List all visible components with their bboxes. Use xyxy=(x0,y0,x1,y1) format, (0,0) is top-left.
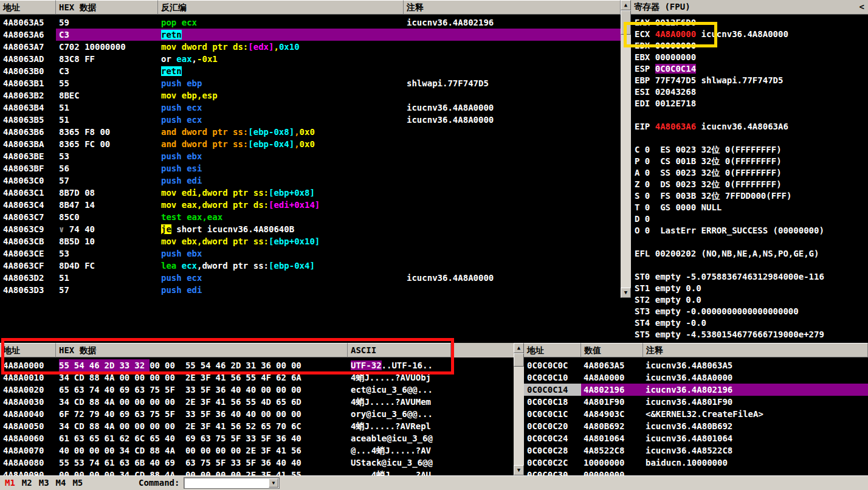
stack-row[interactable]: 0C0C0C284A8522C8icucnv36.4A8522C8 xyxy=(524,444,868,457)
dump-scrollbar[interactable]: ▲ ▼ xyxy=(514,343,524,475)
register-line[interactable]: EBP 77F747D5 shlwapi.77F747D5 xyxy=(631,75,868,86)
dump-row[interactable]: 4A8A00704000000034CD884A000000002E3F4156… xyxy=(0,444,514,457)
dump-row[interactable]: 4A8A006061636561626C65406963755F335F3640… xyxy=(0,432,514,444)
stack-row[interactable]: 0C0C0C104A8A0000icucnv36.4A8A0000 xyxy=(524,371,868,384)
register-line[interactable]: ST5 empty -4.5380154677666719000e+279 xyxy=(631,329,868,340)
disasm-row[interactable]: 4A8063BF56push esi xyxy=(0,162,621,174)
dump-row[interactable]: 4A8A00406F7279406963755F335F364040000000… xyxy=(0,408,514,420)
stack-row[interactable]: 0C0C0C204A80B692icucnv36.4A80B692 xyxy=(524,420,868,432)
register-line[interactable]: ST3 empty -0.0000000000000000000 xyxy=(631,306,868,317)
disasm-row[interactable]: 4A8063CF8D4D FClea ecx,dword ptr ss:[ebp… xyxy=(0,260,621,272)
disasm-row[interactable]: 4A8063AD83C8 FFor eax,-0x1 xyxy=(0,53,621,65)
dump-col-header-ascii[interactable]: ASCII xyxy=(348,343,451,357)
register-line[interactable]: EFL 00200202 (NO,NB,NE,A,NS,PO,GE,G) xyxy=(631,248,868,260)
register-line[interactable]: T 0 GS 0000 NULL xyxy=(631,202,868,213)
disasm-row[interactable]: 4A8063C785C0test eax,eax xyxy=(0,211,621,223)
combo-dropdown-button[interactable]: ▼ xyxy=(269,478,278,488)
dump-col-header-address[interactable]: 地址 xyxy=(0,343,56,357)
disasm-col-header-disassembly[interactable]: 反汇编 xyxy=(158,0,404,15)
register-line[interactable]: C 0 ES 0023 32位 0(FFFFFFFF) xyxy=(631,144,868,156)
dump-scroll-up-button[interactable]: ▲ xyxy=(514,343,524,353)
register-line[interactable]: S 0 FS 003B 32位 7FFDD000(FFF) xyxy=(631,190,868,202)
dump-row[interactable]: 4A8A0020656374406963755F335F364040000000… xyxy=(0,384,514,396)
register-line[interactable]: ESI 02043268 xyxy=(631,86,868,98)
register-line[interactable]: EDI 0012E718 xyxy=(631,98,868,109)
register-line[interactable]: A 0 SS 0023 32位 0(FFFFFFFF) xyxy=(631,167,868,179)
disasm-row[interactable]: 4A8063C9∨ 74 40je short icucnv36.4A80640… xyxy=(0,223,621,235)
disasm-row[interactable]: 4A8063B68365 F8 00and dword ptr ss:[ebp-… xyxy=(0,126,621,138)
stack-col-header-value[interactable]: 数值 xyxy=(581,343,643,357)
disasm-row[interactable]: 4A8063CE53push ebx xyxy=(0,247,621,260)
disassembly-scrollbar-thumb[interactable] xyxy=(621,10,631,35)
stack-col-header-comment[interactable]: 注释 xyxy=(643,343,868,357)
disasm-row[interactable]: 4A8063A7C702 10000000mov dword ptr ds:[e… xyxy=(0,41,621,53)
disasm-row[interactable]: 4A8063B0C3retn xyxy=(0,65,621,77)
scroll-up-button[interactable]: ▲ xyxy=(621,0,631,10)
disasm-row[interactable]: 4A8063BA8365 FC 00and dword ptr ss:[ebp-… xyxy=(0,138,621,150)
dump-col-header-hexdata[interactable]: HEX 数据 xyxy=(56,343,348,357)
disasm-row[interactable]: 4A8063A559pop ecxicucnv36.4A802196 xyxy=(0,16,621,29)
disasm-col-header-comment[interactable]: 注释 xyxy=(404,0,621,15)
window-tab-M2[interactable]: M2 xyxy=(22,478,32,488)
register-line[interactable]: ECX 4A8A0000 icucnv36.4A8A0000 xyxy=(631,29,868,40)
register-line[interactable] xyxy=(631,133,868,144)
disasm-row[interactable]: 4A8063D251push ecxicucnv36.4A8A0000 xyxy=(0,272,621,284)
disasm-row[interactable]: 4A8063C18B7D 08mov edi,dword ptr ss:[ebp… xyxy=(0,187,621,199)
disasm-row[interactable]: 4A8063C48B47 14mov eax,dword ptr ds:[edi… xyxy=(0,199,621,211)
disasm-row[interactable]: 4A8063B551push ecxicucnv36.4A8A0000 xyxy=(0,114,621,126)
register-line[interactable]: EAX 0012F6D0 xyxy=(631,17,868,29)
window-tab-M5[interactable]: M5 xyxy=(72,478,83,488)
window-tab-M4[interactable]: M4 xyxy=(56,478,66,488)
stack-row[interactable]: 0C0C0C184A801F90icucnv36.4A801F90 xyxy=(524,396,868,408)
disasm-row[interactable]: 4A8063B28BECmov ebp,esp xyxy=(0,89,621,102)
stack-row[interactable]: 0C0C0C3000000000 xyxy=(524,469,868,475)
dump-row[interactable]: 4A8A00005554462D333200005554462D31360000… xyxy=(0,359,514,371)
register-line[interactable]: EBX 00000000 xyxy=(631,52,868,63)
register-line[interactable]: D 0 xyxy=(631,213,868,225)
hex-byte: 6A xyxy=(291,371,306,384)
register-line[interactable]: ESP 0C0C0C14 xyxy=(631,63,868,75)
stack-row[interactable]: 0C0C0C2C10000000baiducn.10000000 xyxy=(524,457,868,469)
register-line[interactable]: ST4 empty -0.0 xyxy=(631,317,868,329)
stack-row[interactable]: 0C0C0C244A801064icucnv36.4A801064 xyxy=(524,432,868,444)
window-tab-M1[interactable]: M1 xyxy=(5,478,15,488)
dump-scroll-down-button[interactable]: ▼ xyxy=(514,465,524,475)
registers-collapse-icon[interactable]: < xyxy=(859,0,864,13)
register-line[interactable]: P 0 CS 001B 32位 0(FFFFFFFF) xyxy=(631,156,868,167)
window-tab-M3[interactable]: M3 xyxy=(39,478,49,488)
register-line[interactable] xyxy=(631,109,868,121)
disasm-row[interactable]: 4A8063A6C3retn xyxy=(0,29,621,41)
register-line[interactable]: EIP 4A8063A6 icucnv36.4A8063A6 xyxy=(631,121,868,133)
dump-scrollbar-thumb[interactable] xyxy=(514,353,524,367)
disasm-row[interactable]: 4A8063B155push ebpshlwapi.77F747D5 xyxy=(0,77,621,89)
register-line[interactable]: EDX 00000000 xyxy=(631,40,868,52)
stack-col-header-address[interactable]: 地址 xyxy=(524,343,581,357)
disasm-row[interactable]: 4A8063CB8B5D 10mov ebx,dword ptr ss:[ebp… xyxy=(0,235,621,247)
stack-row[interactable]: 0C0C0C144A802196icucnv36.4A802196 xyxy=(524,384,868,396)
dump-row[interactable]: 4A8A003034CD884A000000002E3F4156554D656D… xyxy=(0,396,514,408)
dump-row[interactable]: 4A8A00900000000034CD884A000000002E3F4155… xyxy=(0,469,514,475)
register-line[interactable]: ST1 empty 0.0 xyxy=(631,283,868,294)
register-line[interactable] xyxy=(631,236,868,248)
register-line[interactable]: ST0 empty -5.0758836746312984000e-116 xyxy=(631,271,868,283)
hex-bytes-cell: 34CD884A000000002E3F4156554F626A xyxy=(59,371,350,384)
disasm-col-header-address[interactable]: 地址 xyxy=(0,0,56,15)
stack-row[interactable]: 0C0C0C0C4A8063A5icucnv36.4A8063A5 xyxy=(524,359,868,371)
dump-row[interactable]: 4A8A005034CD884A000000002E3F41565265706C… xyxy=(0,420,514,432)
register-line[interactable]: O 0 LastErr ERROR_SUCCESS (00000000) xyxy=(631,225,868,236)
disasm-row[interactable]: 4A8063D357push edi xyxy=(0,284,621,296)
register-line[interactable]: Z 0 DS 0023 32位 0(FFFFFFFF) xyxy=(631,179,868,190)
register-line[interactable] xyxy=(631,260,868,271)
disasm-row[interactable]: 4A8063B451push ecxicucnv36.4A8A0000 xyxy=(0,102,621,114)
disassembly-scrollbar[interactable]: ▲ ▼ xyxy=(621,0,631,298)
disasm-row[interactable]: 4A8063BE53push ebx xyxy=(0,150,621,162)
dump-row[interactable]: 4A8A001034CD884A000000002E3F4156554F626A… xyxy=(0,371,514,384)
register-line[interactable]: ST2 empty 0.0 xyxy=(631,294,868,306)
command-combobox[interactable]: ▼ xyxy=(184,477,280,489)
stack-row[interactable]: 0C0C0C1C4A84903C<&KERNEL32.CreateFileA> xyxy=(524,408,868,420)
disasm-row[interactable]: 4A8063C057push edi xyxy=(0,174,621,187)
disassembly-cell: mov edi,dword ptr ss:[ebp+0x8] xyxy=(161,187,402,199)
dump-row[interactable]: 4A8A008055537461636B406963755F335F364040… xyxy=(0,457,514,469)
scroll-down-button[interactable]: ▼ xyxy=(621,288,631,298)
disasm-col-header-hexdata[interactable]: HEX 数据 xyxy=(56,0,158,15)
